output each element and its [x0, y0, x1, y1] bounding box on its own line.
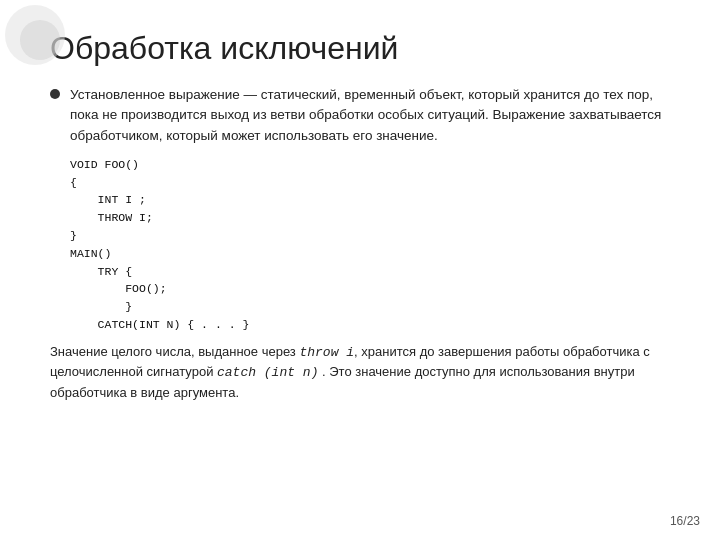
bullet-text: Установленное выражение — статический, в…	[70, 85, 670, 146]
slide: Обработка исключений Установленное выраж…	[0, 0, 720, 540]
throw-i-mono: throw i	[299, 345, 354, 360]
page-current: 16	[670, 514, 683, 528]
catch-int-n-mono: catch (int n)	[217, 365, 318, 380]
bottom-text-part1: Значение целого числа, выданное через	[50, 344, 299, 359]
slide-content: Установленное выражение — статический, в…	[50, 85, 670, 510]
code-block: VOID FOO() { INT I ; THROW I; } MAIN() T…	[70, 156, 670, 334]
bottom-text: Значение целого числа, выданное через th…	[50, 342, 670, 403]
slide-title: Обработка исключений	[50, 30, 670, 67]
bullet-item: Установленное выражение — статический, в…	[50, 85, 670, 146]
page-number: 16/23	[670, 514, 700, 528]
page-total: 23	[687, 514, 700, 528]
bullet-dot	[50, 89, 60, 99]
